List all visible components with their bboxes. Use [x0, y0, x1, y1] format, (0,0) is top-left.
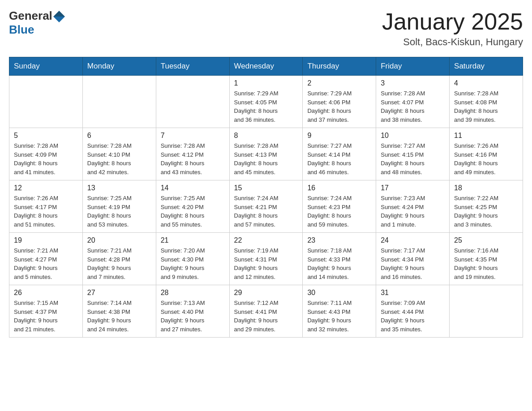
- day-number: 28: [161, 289, 225, 297]
- day-number: 20: [87, 236, 151, 244]
- calendar-day-cell: 31Sunrise: 7:09 AM Sunset: 4:44 PM Dayli…: [376, 285, 450, 338]
- logo: General Blue: [9, 9, 65, 37]
- calendar-day-cell: 15Sunrise: 7:24 AM Sunset: 4:21 PM Dayli…: [229, 180, 303, 233]
- calendar-day-cell: 9Sunrise: 7:27 AM Sunset: 4:14 PM Daylig…: [303, 128, 376, 180]
- calendar-day-cell: 24Sunrise: 7:17 AM Sunset: 4:34 PM Dayli…: [376, 233, 450, 285]
- calendar-day-cell: 17Sunrise: 7:23 AM Sunset: 4:24 PM Dayli…: [376, 180, 450, 233]
- day-info: Sunrise: 7:28 AM Sunset: 4:13 PM Dayligh…: [234, 141, 298, 176]
- day-of-week-header: Thursday: [303, 57, 376, 76]
- day-info: Sunrise: 7:28 AM Sunset: 4:09 PM Dayligh…: [14, 141, 78, 176]
- week-row: 12Sunrise: 7:26 AM Sunset: 4:17 PM Dayli…: [9, 180, 523, 233]
- day-number: 17: [381, 184, 445, 192]
- day-number: 22: [234, 236, 298, 244]
- day-info: Sunrise: 7:21 AM Sunset: 4:28 PM Dayligh…: [87, 246, 151, 281]
- day-info: Sunrise: 7:28 AM Sunset: 4:10 PM Dayligh…: [87, 141, 151, 176]
- day-info: Sunrise: 7:24 AM Sunset: 4:23 PM Dayligh…: [307, 194, 371, 229]
- calendar-day-cell: 25Sunrise: 7:16 AM Sunset: 4:35 PM Dayli…: [450, 233, 523, 285]
- day-number: 21: [161, 236, 225, 244]
- week-row: 1Sunrise: 7:29 AM Sunset: 4:05 PM Daylig…: [9, 76, 523, 128]
- empty-cell: [450, 285, 523, 338]
- day-info: Sunrise: 7:25 AM Sunset: 4:20 PM Dayligh…: [161, 194, 225, 229]
- day-number: 8: [234, 132, 298, 140]
- calendar-day-cell: 26Sunrise: 7:15 AM Sunset: 4:37 PM Dayli…: [9, 285, 83, 338]
- day-number: 10: [381, 132, 445, 140]
- calendar-day-cell: 5Sunrise: 7:28 AM Sunset: 4:09 PM Daylig…: [9, 128, 83, 180]
- day-number: 24: [381, 236, 445, 244]
- day-number: 3: [381, 79, 445, 87]
- calendar-table: SundayMondayTuesdayWednesdayThursdayFrid…: [9, 57, 523, 338]
- day-info: Sunrise: 7:28 AM Sunset: 4:12 PM Dayligh…: [161, 141, 225, 176]
- day-of-week-header: Friday: [376, 57, 450, 76]
- day-of-week-header: Sunday: [9, 57, 83, 76]
- day-info: Sunrise: 7:14 AM Sunset: 4:38 PM Dayligh…: [87, 299, 151, 334]
- days-header-row: SundayMondayTuesdayWednesdayThursdayFrid…: [9, 57, 523, 76]
- empty-cell: [9, 76, 83, 128]
- day-info: Sunrise: 7:26 AM Sunset: 4:17 PM Dayligh…: [14, 194, 78, 229]
- calendar-day-cell: 22Sunrise: 7:19 AM Sunset: 4:31 PM Dayli…: [229, 233, 303, 285]
- day-info: Sunrise: 7:28 AM Sunset: 4:08 PM Dayligh…: [454, 89, 518, 124]
- calendar-day-cell: 12Sunrise: 7:26 AM Sunset: 4:17 PM Dayli…: [9, 180, 83, 233]
- day-number: 18: [454, 184, 518, 192]
- day-of-week-header: Tuesday: [156, 57, 229, 76]
- day-number: 13: [87, 184, 151, 192]
- calendar-day-cell: 4Sunrise: 7:28 AM Sunset: 4:08 PM Daylig…: [450, 76, 523, 128]
- day-info: Sunrise: 7:29 AM Sunset: 4:06 PM Dayligh…: [307, 89, 371, 124]
- page-header: General Blue January 2025 Solt, Bacs-Kis…: [9, 9, 523, 48]
- calendar-day-cell: 8Sunrise: 7:28 AM Sunset: 4:13 PM Daylig…: [229, 128, 303, 180]
- day-number: 1: [234, 79, 298, 87]
- calendar-day-cell: 19Sunrise: 7:21 AM Sunset: 4:27 PM Dayli…: [9, 233, 83, 285]
- calendar-day-cell: 30Sunrise: 7:11 AM Sunset: 4:43 PM Dayli…: [303, 285, 376, 338]
- day-info: Sunrise: 7:18 AM Sunset: 4:33 PM Dayligh…: [307, 246, 371, 281]
- calendar-day-cell: 13Sunrise: 7:25 AM Sunset: 4:19 PM Dayli…: [82, 180, 156, 233]
- day-info: Sunrise: 7:26 AM Sunset: 4:16 PM Dayligh…: [454, 141, 518, 176]
- day-info: Sunrise: 7:15 AM Sunset: 4:37 PM Dayligh…: [14, 299, 78, 334]
- day-number: 26: [14, 289, 78, 297]
- calendar-day-cell: 16Sunrise: 7:24 AM Sunset: 4:23 PM Dayli…: [303, 180, 376, 233]
- calendar-day-cell: 10Sunrise: 7:27 AM Sunset: 4:15 PM Dayli…: [376, 128, 450, 180]
- day-number: 23: [307, 236, 371, 244]
- week-row: 5Sunrise: 7:28 AM Sunset: 4:09 PM Daylig…: [9, 128, 523, 180]
- day-number: 6: [87, 132, 151, 140]
- day-of-week-header: Wednesday: [229, 57, 303, 76]
- day-info: Sunrise: 7:12 AM Sunset: 4:41 PM Dayligh…: [234, 299, 298, 334]
- day-number: 2: [307, 79, 371, 87]
- day-info: Sunrise: 7:27 AM Sunset: 4:14 PM Dayligh…: [307, 141, 371, 176]
- title-area: January 2025 Solt, Bacs-Kiskun, Hungary: [382, 9, 523, 48]
- day-number: 4: [454, 79, 518, 87]
- day-info: Sunrise: 7:25 AM Sunset: 4:19 PM Dayligh…: [87, 194, 151, 229]
- empty-cell: [156, 76, 229, 128]
- day-info: Sunrise: 7:17 AM Sunset: 4:34 PM Dayligh…: [381, 246, 445, 281]
- calendar-day-cell: 14Sunrise: 7:25 AM Sunset: 4:20 PM Dayli…: [156, 180, 229, 233]
- day-number: 29: [234, 289, 298, 297]
- logo-blue-text: Blue: [9, 23, 34, 37]
- day-number: 12: [14, 184, 78, 192]
- calendar-day-cell: 2Sunrise: 7:29 AM Sunset: 4:06 PM Daylig…: [303, 76, 376, 128]
- day-info: Sunrise: 7:24 AM Sunset: 4:21 PM Dayligh…: [234, 194, 298, 229]
- logo-general-text: General: [9, 9, 52, 23]
- day-of-week-header: Monday: [82, 57, 156, 76]
- day-number: 25: [454, 236, 518, 244]
- day-info: Sunrise: 7:22 AM Sunset: 4:25 PM Dayligh…: [454, 194, 518, 229]
- day-number: 16: [307, 184, 371, 192]
- day-info: Sunrise: 7:19 AM Sunset: 4:31 PM Dayligh…: [234, 246, 298, 281]
- day-number: 15: [234, 184, 298, 192]
- day-info: Sunrise: 7:20 AM Sunset: 4:30 PM Dayligh…: [161, 246, 225, 281]
- day-info: Sunrise: 7:23 AM Sunset: 4:24 PM Dayligh…: [381, 194, 445, 229]
- calendar-day-cell: 23Sunrise: 7:18 AM Sunset: 4:33 PM Dayli…: [303, 233, 376, 285]
- location-title: Solt, Bacs-Kiskun, Hungary: [382, 36, 523, 48]
- day-of-week-header: Saturday: [450, 57, 523, 76]
- calendar-day-cell: 18Sunrise: 7:22 AM Sunset: 4:25 PM Dayli…: [450, 180, 523, 233]
- day-info: Sunrise: 7:13 AM Sunset: 4:40 PM Dayligh…: [161, 299, 225, 334]
- calendar-day-cell: 28Sunrise: 7:13 AM Sunset: 4:40 PM Dayli…: [156, 285, 229, 338]
- calendar-day-cell: 3Sunrise: 7:28 AM Sunset: 4:07 PM Daylig…: [376, 76, 450, 128]
- calendar-day-cell: 20Sunrise: 7:21 AM Sunset: 4:28 PM Dayli…: [82, 233, 156, 285]
- week-row: 26Sunrise: 7:15 AM Sunset: 4:37 PM Dayli…: [9, 285, 523, 338]
- day-number: 9: [307, 132, 371, 140]
- calendar-day-cell: 6Sunrise: 7:28 AM Sunset: 4:10 PM Daylig…: [82, 128, 156, 180]
- day-info: Sunrise: 7:09 AM Sunset: 4:44 PM Dayligh…: [381, 299, 445, 334]
- day-info: Sunrise: 7:11 AM Sunset: 4:43 PM Dayligh…: [307, 299, 371, 334]
- calendar-day-cell: 11Sunrise: 7:26 AM Sunset: 4:16 PM Dayli…: [450, 128, 523, 180]
- day-number: 11: [454, 132, 518, 140]
- empty-cell: [82, 76, 156, 128]
- day-info: Sunrise: 7:28 AM Sunset: 4:07 PM Dayligh…: [381, 89, 445, 124]
